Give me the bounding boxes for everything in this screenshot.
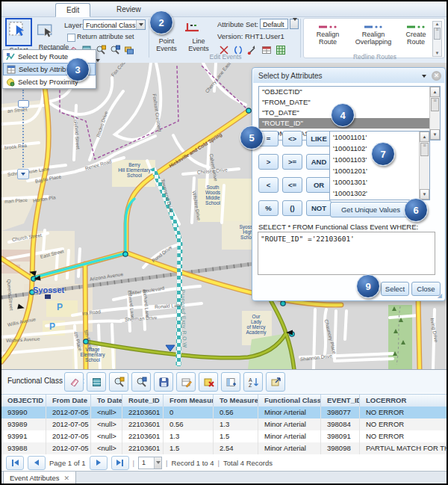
column-header[interactable]: LOCERROR <box>360 395 447 407</box>
page-label: Page 1 of 1 <box>49 459 86 467</box>
previous-page-button[interactable] <box>28 456 46 470</box>
page-number-select[interactable]: 1 <box>138 457 162 469</box>
delete-icon <box>203 377 214 388</box>
sort-az-icon: AZ <box>248 377 259 388</box>
column-header[interactable]: From Date <box>46 395 91 407</box>
operator-button[interactable]: LIKE <box>306 131 332 146</box>
line-events-button[interactable]: Line Events <box>184 18 214 52</box>
version-label: Version: RHT1.User1 <box>217 32 284 40</box>
create-route-button[interactable]: Create Route <box>399 23 432 46</box>
operator-button[interactable]: % <box>258 200 279 216</box>
table-row[interactable]: 93988 2012-07-05 <null> 22103601 1.5 2.5… <box>1 442 447 454</box>
switch-columns-button[interactable] <box>221 372 240 392</box>
table-row[interactable]: 93991 2012-07-05 <null> 22103601 1.3 1.5… <box>1 430 447 442</box>
attribute-set-caret-icon[interactable] <box>290 19 299 29</box>
column-header[interactable]: To Date <box>91 395 122 407</box>
map-zoom-slider[interactable] <box>16 88 30 179</box>
dialog-menu-caret-icon[interactable] <box>422 75 426 78</box>
table-rows: 93990 2012-07-05 <null> 22103601 0 0.56 … <box>1 407 447 454</box>
select-by-attributes-icon <box>7 65 16 74</box>
value-item[interactable]: '10001302' <box>330 188 429 199</box>
operator-button[interactable]: < <box>258 177 279 193</box>
realign-overlapping-icon <box>364 23 383 31</box>
show-selected-button[interactable] <box>87 372 106 392</box>
value-item[interactable]: '10001101' <box>330 132 429 143</box>
dialog-select-button[interactable]: Select <box>381 282 409 296</box>
value-item[interactable]: '10001201' <box>330 165 429 176</box>
value-item[interactable]: '10001301' <box>330 176 429 188</box>
operator-button[interactable]: NOT <box>306 200 332 216</box>
column-header[interactable]: OBJECTID <box>1 395 46 407</box>
redline-scrollbar[interactable]: ▲≡▼ <box>432 21 442 57</box>
layer-select[interactable]: Functional Class Event <box>83 19 146 30</box>
realign-route-label: Realign Route <box>310 31 346 46</box>
total-records-label: Total 4 Records <box>223 459 273 467</box>
save-button[interactable] <box>154 372 173 392</box>
operator-button[interactable]: () <box>282 200 302 216</box>
ribbon-tabs: Map Edit Review <box>1 1 447 17</box>
sort-button[interactable]: AZ <box>243 372 263 392</box>
fields-scrollbar[interactable]: ▲≡▼ <box>429 87 440 140</box>
column-header[interactable]: Functional Class <box>258 395 321 407</box>
dialog-close-button[interactable]: Close <box>411 282 441 296</box>
dialog-titlebar[interactable]: Select by Attributes ✕ <box>253 69 444 83</box>
operator-button[interactable]: <> <box>282 131 302 146</box>
realign-route-button[interactable]: Realign Route <box>310 23 346 46</box>
tab-event-attributes[interactable]: Event Attributes ✕ <box>3 472 76 485</box>
layer-select-caret-icon[interactable] <box>136 20 145 29</box>
column-header[interactable]: Route_ID <box>122 395 164 407</box>
first-page-button[interactable] <box>6 456 24 470</box>
layer-label: Layer: <box>64 21 84 29</box>
return-attribute-set-checkbox[interactable] <box>67 34 75 42</box>
table-toolbar: Functional Class Event AZ <box>1 370 447 393</box>
clear-selection-button[interactable] <box>64 372 84 392</box>
field-item[interactable]: "OBJECTID" <box>259 87 440 97</box>
zoom-to-selection-button[interactable] <box>109 372 128 392</box>
zoom-slider-handle[interactable] <box>18 100 29 108</box>
get-unique-values-button[interactable]: Get Unique Values <box>330 202 411 217</box>
tab-edit[interactable]: Edit <box>55 3 90 17</box>
page-number-value: 1 <box>142 459 146 466</box>
next-page-button[interactable] <box>90 456 108 470</box>
callout-5: 5 <box>240 126 264 149</box>
bottom-tabbar: Event Attributes ✕ <box>1 471 447 485</box>
where-clause-input[interactable]: "ROUTE_ID" ='22103601' <box>258 232 435 275</box>
table-row[interactable]: 93989 2012-07-05 <null> 22103601 0.56 1.… <box>1 418 447 430</box>
open-form-button[interactable] <box>266 372 285 392</box>
last-page-button[interactable] <box>111 456 129 470</box>
attribute-set-select[interactable]: Default <box>260 19 288 29</box>
pagination-bar: Page 1 of 1 | 1 | Record 1 to 4 | Total … <box>1 454 447 471</box>
layers-icon[interactable] <box>124 45 134 55</box>
edit-attributes-button[interactable] <box>176 372 196 392</box>
realign-route-icon <box>318 23 337 31</box>
page-select-caret-icon[interactable] <box>154 457 161 469</box>
separator: | <box>166 459 167 467</box>
operator-button[interactable]: >= <box>282 154 302 170</box>
table-row[interactable]: 93990 2012-07-05 <null> 22103601 0 0.56 … <box>1 407 447 418</box>
values-scrollbar[interactable]: ▲≡▼ <box>419 132 429 200</box>
column-header[interactable]: From Measure <box>164 395 214 407</box>
selected-records-icon <box>91 377 102 388</box>
callout-3: 3 <box>66 58 90 81</box>
operator-button[interactable]: <= <box>282 177 302 193</box>
separator: | <box>133 459 134 467</box>
grid-icon[interactable] <box>276 45 286 55</box>
column-header[interactable]: EVENT_ID <box>321 395 360 407</box>
zoom-out-button[interactable] <box>17 169 29 179</box>
dialog-resize-grip[interactable]: ◢ <box>438 292 443 299</box>
event-attributes-panel: Functional Class Event AZ OBJECTID From … <box>1 369 447 484</box>
tab-review[interactable]: Review <box>106 3 152 16</box>
delete-records-button[interactable] <box>199 372 218 392</box>
realign-overlapping-button[interactable]: Realign Overlapping <box>350 23 396 46</box>
dialog-close-icon[interactable]: ✕ <box>432 71 441 81</box>
operator-button[interactable]: > <box>258 154 279 170</box>
create-route-label: Create Route <box>399 31 432 46</box>
pan-to-selection-button[interactable] <box>131 372 151 392</box>
column-header[interactable]: To Measure <box>214 395 258 407</box>
tab-close-icon[interactable]: ✕ <box>64 475 70 482</box>
operator-button[interactable]: AND <box>306 154 332 170</box>
open-form-icon <box>270 377 281 388</box>
dialog-title: Select by Attributes <box>258 72 323 80</box>
edit-events-group-label: Edit Events <box>181 53 270 61</box>
operator-button[interactable]: OR <box>306 177 332 193</box>
